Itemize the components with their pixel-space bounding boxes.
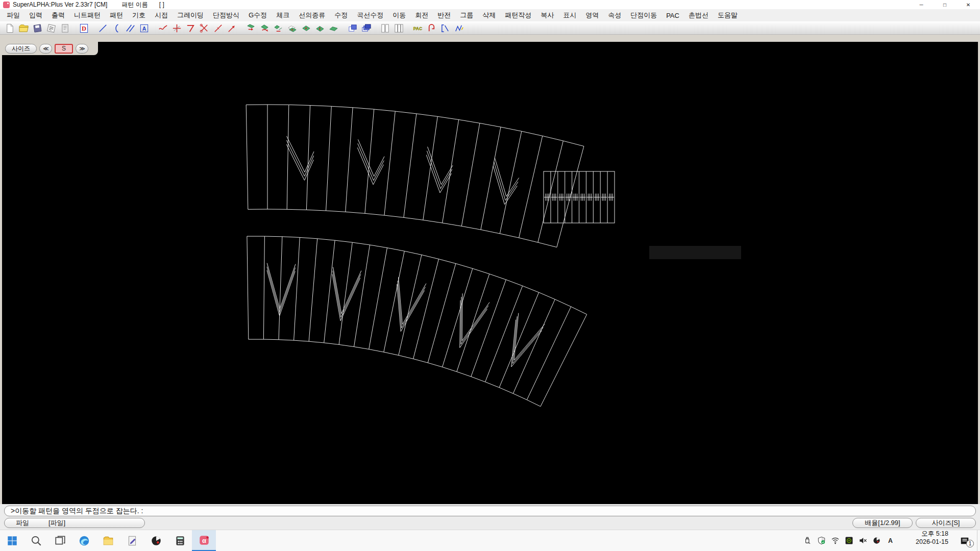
nvidia-settings-icon[interactable] xyxy=(842,530,856,551)
menu-item-4[interactable]: 니트패턴 xyxy=(69,9,105,21)
menu-item-8[interactable]: 그레이딩 xyxy=(173,9,208,21)
pattern-rotate-button[interactable] xyxy=(258,22,272,34)
size-status-pill[interactable]: 사이즈[S] xyxy=(916,518,976,528)
open-file-button[interactable] xyxy=(17,22,31,34)
search-button[interactable] xyxy=(24,530,48,551)
size-current-box[interactable]: S xyxy=(55,44,73,54)
curve-tool-button[interactable] xyxy=(110,22,124,34)
menu-item-2[interactable]: 입력 xyxy=(24,9,47,21)
task-view-button[interactable] xyxy=(48,530,72,551)
notch-mark-button[interactable] xyxy=(211,22,225,34)
hook-curve-button[interactable] xyxy=(425,22,438,34)
line-tool-button[interactable] xyxy=(96,22,110,34)
menu-item-9[interactable]: 단점방식 xyxy=(208,9,244,21)
panel-list-button[interactable] xyxy=(392,22,406,34)
maximize-button[interactable]: □ xyxy=(933,0,957,9)
file-status-pill[interactable]: 파일 [파일] xyxy=(4,518,145,528)
close-button[interactable]: ✕ xyxy=(957,0,980,9)
pattern-canvas[interactable] xyxy=(2,42,978,504)
svg-text:α: α xyxy=(202,537,206,544)
menu-item-5[interactable]: 패턴 xyxy=(105,9,128,21)
start-button[interactable] xyxy=(0,530,24,551)
point-add-button[interactable] xyxy=(170,22,184,34)
pattern-move-button[interactable] xyxy=(244,22,258,34)
menu-item-11[interactable]: 체크 xyxy=(272,9,294,21)
plot-output-button[interactable] xyxy=(44,22,58,34)
ime-glyph: A xyxy=(886,536,895,545)
size-next-button[interactable]: ≫ xyxy=(76,44,88,54)
menu-item-25[interactable]: 단점이동 xyxy=(626,9,662,21)
menu-item-12[interactable]: 선의종류 xyxy=(294,9,330,21)
wifi-icon[interactable] xyxy=(828,530,842,551)
menu-item-26[interactable]: PAC xyxy=(662,10,684,21)
edge-app-button[interactable] xyxy=(72,530,96,551)
pattern-smooth-button[interactable] xyxy=(327,22,340,34)
menu-item-14[interactable]: 곡선수정 xyxy=(352,9,388,21)
menu-item-28[interactable]: 도움말 xyxy=(713,9,742,21)
export-button[interactable] xyxy=(58,22,72,34)
security-shield-icon[interactable] xyxy=(815,530,828,551)
menu-item-13[interactable]: 수정 xyxy=(330,9,352,21)
pattern-name-value: [ ] xyxy=(159,1,164,8)
taskbar-clock[interactable]: 오후 5:18 2026-01-15 xyxy=(897,530,952,551)
show-desktop-button[interactable] xyxy=(977,530,980,551)
zigzag-tool-button[interactable] xyxy=(452,22,466,34)
menu-item-10[interactable]: G수정 xyxy=(244,9,272,21)
menu-item-15[interactable]: 이동 xyxy=(388,9,410,21)
menu-item-7[interactable]: 시접 xyxy=(150,9,173,21)
volume-muted-icon[interactable] xyxy=(856,530,870,551)
slash-tick-red-icon xyxy=(213,23,224,34)
superalpha-app-button[interactable]: α xyxy=(192,530,216,551)
size-title-pill[interactable]: 사이즈 xyxy=(5,44,37,54)
pattern-stack-button[interactable] xyxy=(285,22,299,34)
panel-white-icon xyxy=(380,23,390,34)
menu-item-3[interactable]: 출력 xyxy=(47,9,69,21)
notes-app-button[interactable] xyxy=(120,530,144,551)
menu-item-17[interactable]: 반전 xyxy=(433,9,455,21)
pattern-fold-button[interactable] xyxy=(313,22,327,34)
pattern-split-button[interactable] xyxy=(299,22,313,34)
angle-tool-button[interactable] xyxy=(184,22,198,34)
scissors-red-icon xyxy=(199,23,210,34)
menu-item-1[interactable]: 파일 xyxy=(2,9,24,21)
menu-item-27[interactable]: 촌법선 xyxy=(684,9,713,21)
usb-glyph xyxy=(803,536,812,545)
save-file-button[interactable] xyxy=(31,22,44,34)
menu-item-21[interactable]: 복사 xyxy=(536,9,558,21)
menu-item-6[interactable]: 기호 xyxy=(128,9,150,21)
utility-app-button[interactable] xyxy=(144,530,168,551)
pointer-device-icon[interactable] xyxy=(870,530,884,551)
menu-item-24[interactable]: 속성 xyxy=(603,9,626,21)
line-icon xyxy=(97,23,108,34)
minimize-button[interactable]: ─ xyxy=(910,0,933,9)
digitizer-button[interactable]: D xyxy=(77,22,91,34)
command-prompt-bar[interactable]: >이동할 패턴을 영역의 두점으로 잡는다. : xyxy=(4,506,976,516)
menu-item-22[interactable]: 표시 xyxy=(558,9,581,21)
menu-item-23[interactable]: 영역 xyxy=(581,9,603,21)
bracket-tool-button[interactable] xyxy=(438,22,452,34)
cut-line-button[interactable] xyxy=(198,22,211,34)
menu-item-18[interactable]: 그룹 xyxy=(455,9,478,21)
new-pattern-button[interactable] xyxy=(3,22,17,34)
usb-device-icon[interactable] xyxy=(801,530,815,551)
pac-export-button[interactable]: PAC xyxy=(411,22,425,34)
ime-language-icon[interactable]: A xyxy=(884,530,897,551)
parallel-line-button[interactable] xyxy=(124,22,137,34)
menu-item-19[interactable]: 삭제 xyxy=(478,9,500,21)
text-tool-button[interactable]: A xyxy=(137,22,151,34)
notification-center-button[interactable]: 1 xyxy=(952,530,977,551)
file-explorer-button[interactable] xyxy=(96,530,120,551)
calculator-app-button[interactable] xyxy=(168,530,192,551)
copy-multi-button[interactable] xyxy=(359,22,373,34)
menu-item-16[interactable]: 회전 xyxy=(410,9,433,21)
size-prev-button[interactable]: ≪ xyxy=(39,44,52,54)
zoom-scale-pill[interactable]: 배율[1/2.99] xyxy=(852,518,913,528)
curve-edit-button[interactable] xyxy=(156,22,170,34)
parallel-icon xyxy=(125,23,136,34)
drawing-canvas-area[interactable]: 사이즈 ≪ S ≫ xyxy=(0,42,980,504)
copy-pattern-button[interactable] xyxy=(346,22,359,34)
menu-item-20[interactable]: 패턴작성 xyxy=(500,9,536,21)
extend-line-button[interactable] xyxy=(225,22,239,34)
panel-view-button[interactable] xyxy=(378,22,392,34)
pattern-mirror-button[interactable] xyxy=(272,22,285,34)
